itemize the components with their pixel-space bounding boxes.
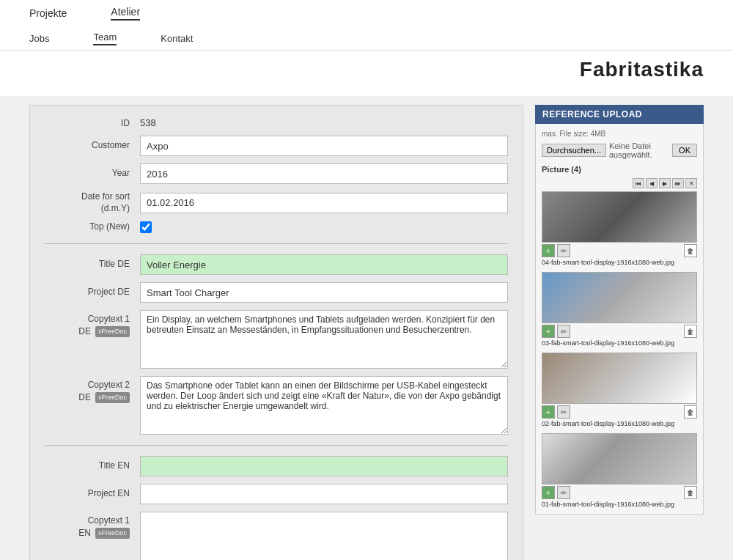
picture-delete-btn-2[interactable]: 🗑 (684, 325, 697, 338)
picture-nav-icons: ⏮ ◀ ▶ ⏭ ✕ (542, 178, 697, 188)
nav-next-icon[interactable]: ▶ (659, 178, 671, 188)
copytext1-en-label: Copytext 1 EN xFreeDoc (45, 512, 140, 539)
copytext2-de-textarea[interactable] (140, 376, 508, 435)
picture-thumbnail-4 (542, 433, 697, 485)
picture-controls-3: + ✏ 🗑 (542, 405, 697, 419)
title-de-group: Title DE (45, 254, 508, 275)
nav-projekte[interactable]: Projekte (29, 7, 67, 19)
project-de-group: Project DE (45, 282, 508, 303)
year-group: Year (45, 163, 508, 184)
id-label: ID (45, 118, 140, 128)
nav-atelier[interactable]: Atelier (111, 6, 140, 21)
picture-edit-btn-4[interactable]: ✏ (557, 486, 570, 499)
top-label: Top (New) (45, 221, 140, 233)
project-de-label: Project DE (45, 287, 140, 298)
picture-list: + ✏ 🗑 04-fab-smart-tool-display-1916x108… (542, 191, 697, 508)
copytext1-de-label: Copytext 1 DE xFreeDoc (45, 310, 140, 338)
picture-add-btn-1[interactable]: + (542, 244, 555, 257)
customer-label: Customer (45, 140, 140, 152)
picture-item-2: + ✏ 🗑 03-fab-smart-tool-display-1916x108… (542, 272, 697, 347)
form-panel: ID 538 Customer Year Date for sort(d.m.Y… (29, 105, 523, 560)
copytext2-de-label: Copytext 2 DE xFreeDoc (45, 376, 140, 404)
nav-kontakt[interactable]: Kontakt (161, 33, 193, 44)
customer-input[interactable] (140, 136, 508, 156)
picture-controls-1: + ✏ 🗑 (542, 244, 697, 257)
nav-prev-icon[interactable]: ◀ (646, 178, 658, 188)
top-checkbox[interactable] (140, 221, 152, 233)
picture-filename-4: 01-fab-smart-tool-display-1916x1080-web.… (542, 501, 697, 508)
project-en-label: Project EN (45, 488, 140, 500)
copytext1-de-badge: xFreeDoc (95, 326, 130, 337)
id-value: 538 (140, 117, 156, 128)
ok-button[interactable]: OK (672, 144, 697, 157)
nav-close-icon[interactable]: ✕ (685, 178, 697, 188)
picture-edit-btn-1[interactable]: ✏ (557, 244, 570, 257)
picture-item-3: + ✏ 🗑 02-fab-smart-tool-display-1916x108… (542, 353, 697, 427)
project-en-group: Project EN (45, 484, 508, 504)
picture-delete-btn-3[interactable]: 🗑 (684, 405, 697, 419)
nav-team[interactable]: Team (93, 32, 117, 45)
title-en-label: Title EN (45, 460, 140, 472)
right-panel: REFERENCE UPLOAD max. File size: 4MB Dur… (535, 105, 704, 560)
picture-add-btn-3[interactable]: + (542, 405, 555, 419)
picture-edit-btn-3[interactable]: ✏ (557, 405, 570, 419)
picture-controls-2: + ✏ 🗑 (542, 325, 697, 338)
copytext1-en-badge: xFreeDoc (95, 528, 130, 539)
top-group: Top (New) (45, 221, 508, 233)
browse-button[interactable]: Durchsuchen... (542, 144, 606, 157)
picture-controls-4: + ✏ 🗑 (542, 486, 697, 499)
nav-first-icon[interactable]: ⏮ (633, 178, 644, 188)
year-label: Year (45, 168, 140, 180)
picture-thumbnail-1 (542, 191, 697, 243)
no-file-text: Keine Datei ausgewählt. (609, 141, 669, 159)
picture-filename-2: 03-fab-smart-tool-display-1916x1080-web.… (542, 339, 697, 347)
logo: Fabritastika (580, 51, 704, 89)
reference-upload-body: max. File size: 4MB Durchsuchen... Keine… (535, 124, 704, 515)
date-input[interactable] (140, 193, 508, 213)
picture-add-btn-4[interactable]: + (542, 486, 555, 499)
year-input[interactable] (140, 163, 508, 184)
title-en-group: Title EN (45, 456, 508, 476)
copytext1-de-textarea[interactable] (140, 310, 508, 369)
id-row: ID 538 (45, 117, 508, 128)
picture-delete-btn-1[interactable]: 🗑 (684, 244, 697, 257)
picture-edit-btn-2[interactable]: ✏ (557, 325, 570, 338)
copytext1-de-group: Copytext 1 DE xFreeDoc (45, 310, 508, 369)
title-de-input[interactable] (140, 254, 508, 275)
picture-item-1: + ✏ 🗑 04-fab-smart-tool-display-1916x108… (542, 191, 697, 266)
copytext2-de-badge: xFreeDoc (95, 392, 130, 403)
nav-jobs[interactable]: Jobs (29, 33, 49, 44)
picture-add-btn-2[interactable]: + (542, 325, 555, 338)
picture-thumbnail-2 (542, 272, 697, 323)
picture-item-4: + ✏ 🗑 01-fab-smart-tool-display-1916x108… (542, 433, 697, 508)
copytext2-de-group: Copytext 2 DE xFreeDoc (45, 376, 508, 435)
reference-upload-header: REFERENCE UPLOAD (535, 105, 704, 124)
picture-count: Picture (4) (542, 165, 697, 174)
picture-thumbnail-3 (542, 353, 697, 404)
project-en-input[interactable] (140, 484, 508, 504)
picture-filename-1: 04-fab-smart-tool-display-1916x1080-web.… (542, 259, 697, 266)
picture-delete-btn-4[interactable]: 🗑 (684, 486, 697, 499)
title-de-label: Title DE (45, 259, 140, 270)
picture-filename-3: 02-fab-smart-tool-display-1916x1080-web.… (542, 420, 697, 427)
customer-group: Customer (45, 136, 508, 156)
copytext1-en-group: Copytext 1 EN xFreeDoc (45, 512, 508, 560)
file-size-note: max. File size: 4MB (542, 130, 697, 138)
nav-last-icon[interactable]: ⏭ (672, 178, 684, 188)
date-group: Date for sort(d.m.Y) (45, 191, 508, 214)
file-input-row: Durchsuchen... Keine Datei ausgewählt. O… (542, 141, 697, 159)
copytext1-en-textarea[interactable] (140, 512, 508, 560)
project-de-input[interactable] (140, 282, 508, 303)
title-en-input[interactable] (140, 456, 508, 476)
date-label: Date for sort(d.m.Y) (45, 191, 140, 214)
